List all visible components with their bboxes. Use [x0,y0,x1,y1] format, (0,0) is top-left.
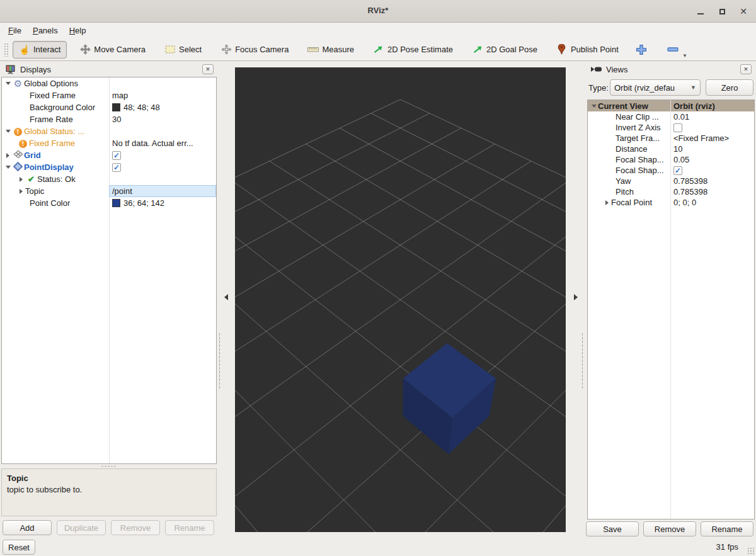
tool-move-camera-button[interactable]: Move Camera [73,41,152,59]
tool-measure-button[interactable]: Measure [301,41,360,59]
views-rename-button[interactable]: Rename [701,521,753,536]
displays-row-status-ok[interactable]: ✔Status: Ok [2,173,216,185]
displays-add-button[interactable]: Add [3,520,52,535]
expander-open-icon[interactable] [590,105,598,108]
checkbox-checked[interactable]: ✓ [112,151,121,160]
tool-select-button[interactable]: Select [158,41,208,59]
checkbox-unchecked[interactable] [673,123,682,132]
value-text: /point [112,186,132,196]
menu-panels[interactable]: Panels [27,24,64,37]
menu-help[interactable]: Help [64,24,92,37]
expander-open-icon[interactable] [4,130,12,133]
left-pane-splitter[interactable] [217,62,235,532]
property-value[interactable]: Orbit (rviz) [670,100,754,111]
displays-panel-header[interactable]: Displays ✕ [1,62,217,77]
displays-row-global-options[interactable]: ⚙Global Options [2,77,216,89]
displays-tree: ⚙Global OptionsFixed FramemapBackground … [1,77,217,464]
view-type-dropdown[interactable]: Orbit (rviz_defau ▼ [610,79,701,96]
maximize-button[interactable] [714,4,730,19]
collapse-right-pane-arrow[interactable] [574,294,578,300]
reset-button[interactable]: Reset [3,540,35,555]
collapse-left-pane-arrow[interactable] [224,294,228,300]
right-pane-splitter[interactable] [566,62,586,532]
move-icon [79,44,91,55]
expander-closed-icon[interactable] [17,189,25,194]
tool-publish-point-button[interactable]: Publish Point [550,41,625,59]
views-row-focal-shap-[interactable]: Focal Shap...✓ [588,165,754,176]
zero-button[interactable]: Zero [706,79,753,96]
checkbox-checked[interactable]: ✓ [112,163,121,172]
expander-open-icon[interactable] [4,166,12,169]
views-row-focal-point[interactable]: Focal Point0; 0; 0 [588,197,754,208]
views-row-distance[interactable]: Distance10 [588,144,754,154]
property-value[interactable]: 10 [670,144,754,154]
displays-row-fixed-frame[interactable]: Fixed Framemap [2,89,216,101]
displays-row-grid[interactable]: Grid✓ [2,149,216,161]
property-value[interactable]: 36; 64; 142 [109,197,216,209]
tool-focus-camera-button[interactable]: Focus Camera [214,41,295,59]
property-value[interactable]: 0; 0; 0 [670,197,754,208]
checkbox-checked[interactable]: ✓ [673,166,682,175]
property-value[interactable]: No tf data. Actual err... [109,137,216,149]
views-panel-close-button[interactable]: ✕ [740,64,752,74]
property-label: Pitch [616,187,634,196]
minimize-icon [697,13,704,14]
property-value[interactable] [670,122,754,133]
expander-closed-icon[interactable] [4,153,12,158]
minimize-button[interactable] [693,4,708,19]
views-row-focal-shap-[interactable]: Focal Shap...0.05 [588,154,754,165]
views-row-current-view[interactable]: Current ViewOrbit (rviz) [588,100,754,111]
titlebar[interactable]: RViz* ✕ [0,0,756,23]
displays-row-global-status-[interactable]: !Global Status: ... [2,125,216,137]
property-value[interactable]: 0.785398 [670,176,754,186]
tool-interact-button[interactable]: ☝Interact [13,41,67,59]
property-label: Invert Z Axis [616,123,661,132]
displays-splitter-handle[interactable] [101,465,117,467]
views-remove-button[interactable]: Remove [643,521,696,536]
expander-closed-icon[interactable] [603,200,611,205]
views-row-near-clip-[interactable]: Near Clip ...0.01 [588,111,754,122]
tool-2d-pose-estimate-button[interactable]: 2D Pose Estimate [367,41,459,59]
property-value[interactable]: 0.05 [670,154,754,165]
tool-label: Measure [322,45,354,54]
add-tool-button[interactable] [631,41,651,59]
property-value[interactable]: 48; 48; 48 [109,101,216,113]
property-value[interactable]: map [109,89,216,101]
views-save-button[interactable]: Save [586,521,639,536]
remove-tool-button[interactable]: ▼ [663,41,683,59]
displays-row-fixed-frame[interactable]: !Fixed FrameNo tf data. Actual err... [2,137,216,149]
property-value[interactable]: 30 [109,113,216,125]
close-window-button[interactable]: ✕ [736,4,751,19]
property-value[interactable]: 0.785398 [670,186,754,197]
displays-panel-close-button[interactable]: ✕ [202,64,214,74]
window-resize-grip[interactable] [747,547,755,555]
3d-viewport[interactable] [235,67,566,532]
views-row-invert-z-axis[interactable]: Invert Z Axis [588,122,754,133]
expander-open-icon[interactable] [4,82,12,85]
toolbar-drag-handle[interactable] [4,43,8,57]
tool-label: Publish Point [571,45,619,54]
property-value[interactable] [109,173,216,185]
views-row-yaw[interactable]: Yaw0.785398 [588,176,754,186]
views-row-target-fra-[interactable]: Target Fra...<Fixed Frame> [588,133,754,144]
displays-row-point-color[interactable]: Point Color36; 64; 142 [2,197,216,209]
displays-row-pointdisplay[interactable]: PointDisplay✓ [2,161,216,173]
displays-row-background-color[interactable]: Background Color48; 48; 48 [2,101,216,113]
expander-closed-icon[interactable] [17,177,25,182]
property-value[interactable] [109,77,216,89]
views-row-pitch[interactable]: Pitch0.785398 [588,186,754,197]
views-panel-header[interactable]: Views ✕ [587,62,755,77]
property-value[interactable]: ✓ [109,161,216,173]
displays-duplicate-button: Duplicate [57,520,106,535]
property-value[interactable]: ✓ [670,165,754,176]
tool-dropdown-arrow-icon[interactable]: ▼ [682,53,687,59]
tool-2d-goal-pose-button[interactable]: 2D Goal Pose [466,41,544,59]
property-value[interactable]: 0.01 [670,111,754,122]
menu-file[interactable]: File [3,24,27,37]
property-value[interactable]: /point [109,185,216,197]
property-value[interactable] [109,125,216,137]
displays-row-frame-rate[interactable]: Frame Rate30 [2,113,216,125]
displays-row-topic[interactable]: Topic/point [2,185,216,197]
property-value[interactable]: ✓ [109,149,216,161]
property-value[interactable]: <Fixed Frame> [670,133,754,144]
